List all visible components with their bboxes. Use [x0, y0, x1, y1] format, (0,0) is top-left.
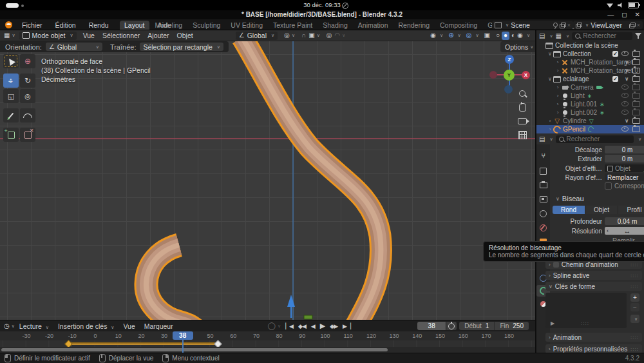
scene-name[interactable]: Scene [511, 21, 530, 29]
remove-shape-key-button[interactable]: − [630, 303, 639, 311]
outliner-row-gpencil[interactable]: ›GPencil [536, 125, 644, 133]
timeline-ruler[interactable]: -30-20-100102030405060708090100110120130… [0, 331, 535, 340]
menu-rendu[interactable]: Rendu [84, 21, 114, 29]
expand-icon[interactable]: › [554, 84, 561, 90]
orientation-dropdown[interactable]: ∠ Global ∨ [46, 43, 102, 51]
tab-round[interactable]: Rond [553, 206, 585, 214]
pin-icon[interactable] [553, 23, 558, 27]
grip-icon[interactable]: :::: [630, 335, 639, 340]
taper-object-field[interactable]: Objet [605, 164, 644, 172]
tool-add-cube[interactable]: + [3, 128, 19, 142]
tab-world[interactable] [536, 222, 550, 233]
expand-icon[interactable]: ∨ [547, 51, 553, 57]
editor-type-icon[interactable]: ◷ [4, 323, 10, 329]
exclude-checkbox[interactable]: ✓ [612, 51, 618, 57]
hide-eye-toggle[interactable] [621, 51, 629, 56]
bevel-section-header[interactable]: ∨ Biseau [556, 195, 584, 202]
hide-eye-toggle[interactable] [621, 93, 629, 98]
section-animation[interactable]: › Animation :::: [545, 333, 642, 342]
outliner-row-mch-rotation-target[interactable]: ›MCH_Rotation_target∨ [536, 58, 644, 66]
hide-eye-toggle[interactable] [621, 101, 629, 106]
tool-select-box[interactable] [3, 54, 19, 68]
section-custom-properties[interactable]: › Propriétés personnalisées :::: [545, 344, 642, 353]
play-icon[interactable]: ▶ [551, 320, 554, 326]
shading-solid-active[interactable]: ● [502, 32, 509, 40]
menu-playback[interactable]: Lecture ∨ [15, 322, 53, 330]
chevron-down-icon[interactable]: ∨ [12, 33, 15, 38]
transform-orientation-dropdown[interactable]: ∠ Global ∨ [236, 32, 278, 40]
checkbox[interactable] [605, 182, 612, 190]
exclude-checkbox[interactable]: ✓ [612, 76, 618, 82]
auto-keying-record-icon[interactable]: ◯ [268, 322, 276, 329]
scrollbar-handle[interactable] [1, 348, 388, 351]
checkbox[interactable] [553, 262, 559, 268]
scene-selector[interactable]: ∨ Scene × [492, 21, 573, 29]
disable-render-toggle[interactable] [632, 51, 640, 57]
blender-logo-icon[interactable] [5, 21, 12, 28]
viewport-menu-objet[interactable]: Objet [173, 32, 197, 39]
chevron-down-icon[interactable]: ∨ [440, 33, 443, 38]
chevron-down-icon[interactable]: ∨ [566, 34, 569, 39]
gizmo-axis-negz[interactable] [504, 85, 513, 93]
object-name[interactable]: eclairage [563, 75, 589, 83]
unlink-scene-icon[interactable]: × [567, 22, 571, 28]
disable-render-toggle[interactable] [632, 68, 640, 74]
chevron-down-icon[interactable]: ∨ [527, 33, 530, 38]
workspace-tab-texture-paint[interactable]: Texture Paint [269, 21, 317, 30]
tab-profile[interactable]: Profil [618, 206, 644, 214]
tool-annotate[interactable] [3, 108, 19, 123]
pan-hand-icon[interactable] [519, 103, 526, 112]
timeline-track[interactable] [0, 340, 535, 347]
tab-scene[interactable] [536, 208, 550, 219]
outliner-row-collection-de-la-sc-ne[interactable]: Collection de la scène [536, 41, 644, 50]
grip-icon[interactable]: :::: [630, 346, 639, 352]
play-reverse-button[interactable]: ◀ [309, 323, 317, 329]
disable-render-toggle[interactable] [632, 76, 640, 82]
add-shape-key-button[interactable]: + [630, 293, 639, 302]
disable-render-toggle[interactable] [632, 126, 640, 132]
workspace-tab-animation[interactable]: Animation [354, 21, 393, 30]
outliner-row-camera[interactable]: ›Camera [536, 83, 644, 92]
prev-keyframe-button[interactable]: ◆◀ [296, 323, 308, 329]
object-name[interactable]: GPencil [563, 126, 585, 133]
camera-view-icon[interactable] [518, 118, 527, 124]
gizmo-axis-x[interactable]: X [522, 71, 530, 79]
current-frame-field[interactable]: 38 [417, 322, 446, 330]
snap-magnet-icon[interactable]: ∩ [301, 32, 306, 39]
grip-icon[interactable]: :::: [630, 273, 639, 279]
chevron-down-icon[interactable]: ∨ [458, 33, 461, 38]
grip-icon[interactable]: :::: [630, 284, 639, 289]
expand-icon[interactable]: › [547, 126, 553, 132]
outliner-row-cylindre[interactable]: ›▽Cylindre▽∨ [536, 117, 644, 125]
menu-view[interactable]: Vue [118, 322, 139, 330]
shape-key-specials-button[interactable]: ∨ [630, 315, 639, 323]
close-button[interactable]: ✕ [635, 11, 640, 18]
tool-scale[interactable]: ◱ [3, 89, 19, 103]
viewlayer-selector[interactable]: ∨ ViewLayer × [573, 21, 643, 29]
proportional-editing-icon[interactable]: ◎ [327, 32, 332, 39]
tool-cursor[interactable]: ⊕ [20, 54, 35, 68]
jump-to-start-button[interactable]: ▏◀ [283, 323, 295, 329]
outliner-row-light-002[interactable]: ›Light.002∗ [536, 108, 644, 117]
chevron-down-icon[interactable]: ∨ [278, 324, 281, 329]
disable-render-toggle[interactable] [632, 101, 640, 107]
minimize-button[interactable]: — [607, 11, 614, 18]
chevron-down-icon[interactable]: ∨ [638, 137, 641, 142]
remove-viewlayer-icon[interactable]: × [637, 22, 640, 28]
hide-eye-toggle[interactable] [621, 110, 629, 115]
snap-target-icon[interactable]: ▣ [308, 32, 314, 39]
drag-mode-dropdown[interactable]: Sélection par rectangle ∨ [140, 43, 223, 51]
viewlayer-name[interactable]: ViewLayer [591, 21, 622, 29]
object-name[interactable]: Light [571, 92, 585, 99]
options-dropdown[interactable]: Options ∨ [500, 41, 535, 52]
falloff-curve-icon[interactable]: ◠ [335, 32, 341, 39]
resolution-slider[interactable]: ‹ ↔ › [605, 227, 644, 235]
viewport-menu-sélectionner[interactable]: Sélectionner [99, 32, 144, 39]
disable-render-toggle[interactable] [632, 110, 640, 115]
outliner-row-light[interactable]: ›Light∗ [536, 92, 644, 100]
viewport-menu-ajouter[interactable]: Ajouter [144, 32, 173, 39]
overlays-icon[interactable]: ◎ [466, 32, 472, 39]
workspace-tab-sculpting[interactable]: Sculpting [188, 21, 225, 30]
workspace-tab-rendering[interactable]: Rendering [394, 21, 434, 30]
tool-move[interactable]: ↔↕ [3, 74, 19, 88]
